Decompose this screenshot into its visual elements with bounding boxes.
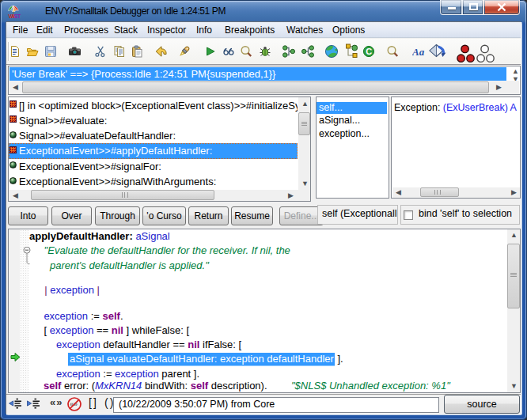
svg-text:Aa: Aa — [412, 46, 425, 58]
svg-text:C: C — [366, 47, 372, 56]
svg-text:ST: ST — [14, 13, 21, 19]
